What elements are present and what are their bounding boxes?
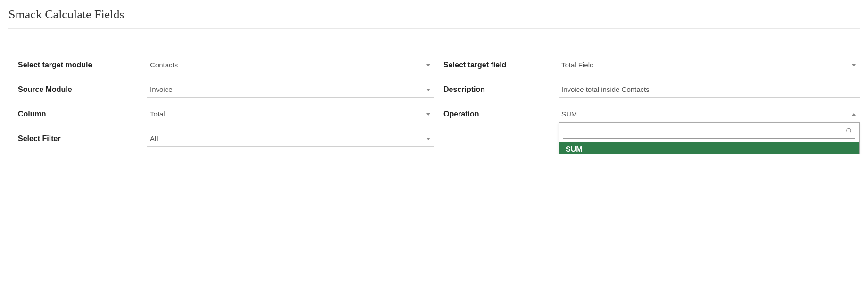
input-description[interactable] — [559, 82, 860, 98]
label-filter: Select Filter — [18, 134, 141, 143]
dropdown-search-wrap — [559, 123, 859, 141]
row-target-module: Select target module Contacts — [18, 57, 434, 73]
select-column[interactable]: Total — [147, 106, 434, 122]
label-description: Description — [443, 85, 552, 94]
label-source-module: Source Module — [18, 85, 141, 94]
row-filter: Select Filter All — [18, 131, 434, 147]
dropdown-search-input[interactable] — [563, 125, 855, 139]
label-target-field: Select target field — [443, 61, 552, 69]
select-target-module[interactable]: Contacts — [147, 57, 434, 73]
row-target-field: Select target field Total Field — [443, 57, 860, 73]
svg-point-0 — [847, 128, 851, 132]
select-target-field[interactable]: Total Field — [559, 57, 860, 73]
page-title: Smack Calculate Fields — [8, 8, 860, 29]
form-area: Select target module Contacts Source Mod… — [8, 57, 860, 147]
select-operation[interactable]: SUM — [559, 106, 860, 122]
row-description: Description — [443, 82, 860, 98]
label-operation: Operation — [443, 110, 552, 118]
label-target-module: Select target module — [18, 61, 141, 69]
select-filter[interactable]: All — [147, 131, 434, 147]
select-source-module[interactable]: Invoice — [147, 82, 434, 98]
dropdown-list: SUMAVGMINMAXCOUNT — [559, 141, 859, 154]
left-column: Select target module Contacts Source Mod… — [18, 57, 434, 147]
svg-line-1 — [850, 132, 852, 133]
row-operation: Operation SUM SUMAVGMINMAXCOUNT — [443, 106, 860, 122]
row-source-module: Source Module Invoice — [18, 82, 434, 98]
label-column: Column — [18, 110, 141, 118]
operation-option[interactable]: SUM — [559, 142, 859, 154]
operation-dropdown: SUMAVGMINMAXCOUNT — [559, 122, 860, 154]
right-column: Select target field Total Field Descript… — [443, 57, 860, 147]
row-column: Column Total — [18, 106, 434, 122]
search-icon — [846, 128, 852, 134]
